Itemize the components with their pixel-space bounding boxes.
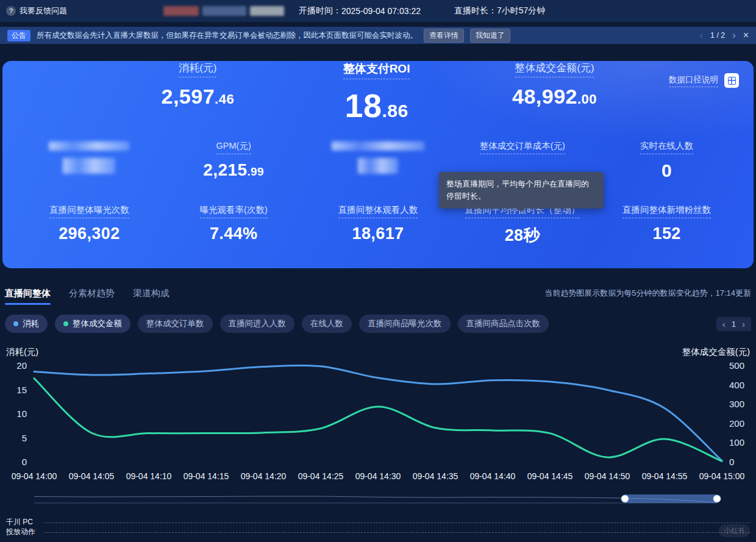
svg-text:09-04 14:40: 09-04 14:40 (470, 471, 516, 481)
metric-viewers: 直播间整体观看人数 18,617 (306, 204, 451, 246)
metric-exposure: 直播间整体曝光次数 296,302 (17, 204, 162, 246)
svg-text:09-04 14:50: 09-04 14:50 (585, 471, 630, 481)
stream-start-time: 开播时间： 2025-09-04 07:03:22 (299, 0, 421, 22)
view-details-button[interactable]: 查看详情 (424, 29, 464, 43)
metric-online-users: 实时在线人数 0 (594, 140, 739, 181)
slider-sparkline (34, 494, 717, 504)
start-time-value: 2025-09-04 07:03:22 (341, 6, 421, 16)
svg-text:09-04 14:20: 09-04 14:20 (241, 471, 287, 481)
metric-label[interactable]: 整体支付ROI (343, 61, 410, 79)
svg-text:09-04 14:45: 09-04 14:45 (527, 471, 573, 481)
ad-actions-lines (44, 517, 750, 537)
timeline-dashed-line (44, 532, 750, 533)
announcement-close-icon[interactable]: × (743, 30, 749, 41)
question-icon: ? (6, 6, 16, 16)
start-time-label: 开播时间： (299, 5, 341, 16)
range-slider[interactable] (34, 494, 717, 504)
metric-label[interactable]: 实时在线人数 (640, 140, 693, 154)
metric-label[interactable]: 曝光观看率(次数) (200, 204, 268, 218)
pill-label: 整体成交订单数 (146, 318, 204, 329)
masked-label (332, 141, 424, 151)
metric-value: 7.44% (162, 224, 306, 243)
topbar: ? 我要反馈问题 开播时间： 2025-09-04 07:03:22 直播时长：… (0, 0, 756, 22)
svg-text:15: 15 (16, 385, 27, 395)
masked-label (49, 141, 129, 151)
svg-text:500: 500 (729, 360, 744, 371)
pill-label: 消耗 (23, 318, 39, 329)
pill-label: 整体成交金额 (73, 318, 122, 329)
metric-label[interactable]: 整体成交金额(元) (515, 61, 594, 77)
metric-value: 18,617 (306, 224, 451, 243)
metric-pill-4[interactable]: 在线人数 (302, 315, 352, 333)
ad-actions-timeline: 千川 PC 投放动作 (5, 517, 751, 537)
metric-pill-3[interactable]: 直播间进入人数 (220, 315, 295, 333)
metric-gpm: GPM(元) 2,215.99 (162, 140, 306, 181)
metric-label[interactable]: 直播间整体新增粉丝数 (622, 204, 711, 218)
tab-live-overall[interactable]: 直播间整体 (5, 288, 51, 299)
metric-value: 48,992.00 (512, 85, 597, 109)
pills-prev-icon[interactable]: ‹ (722, 319, 726, 329)
pill-label: 直播间进入人数 (229, 318, 287, 329)
live-metrics-card: 数据口径说明 消耗(元) 2,597.46 整体支付ROI 18.86 整体成交… (2, 61, 754, 268)
tab-material-trend[interactable]: 分素材趋势 (69, 288, 115, 299)
svg-text:09-04 14:00: 09-04 14:00 (12, 471, 57, 481)
pills-next-icon[interactable]: › (742, 319, 745, 329)
metric-label[interactable]: 消耗(元) (179, 61, 216, 77)
axis-titles: 消耗(元) 整体成交金额(元) (5, 346, 751, 358)
range-selection[interactable] (625, 494, 717, 503)
metric-pill-5[interactable]: 直播间商品曝光次数 (359, 315, 451, 333)
metric-value: 152 (594, 224, 739, 243)
svg-text:09-04 14:05: 09-04 14:05 (69, 471, 115, 481)
metric-label[interactable]: GPM(元) (216, 140, 251, 154)
metric-label[interactable]: 直播间整体观看人数 (338, 204, 418, 218)
tab-channel-composition[interactable]: 渠道构成 (133, 288, 169, 299)
masked-segment (202, 6, 246, 16)
masked-segment (163, 6, 199, 16)
announcement-next-icon[interactable]: › (732, 30, 735, 40)
masked-value (63, 158, 115, 174)
metric-value: 2,597.46 (161, 85, 234, 109)
announcement-prev-icon[interactable]: ‹ (700, 30, 703, 40)
masked-account-info (163, 6, 284, 16)
stream-duration: 直播时长： 7小时57分钟 (454, 0, 545, 22)
tertiary-metrics: 直播间整体曝光次数 296,302 曝光观看率(次数) 7.44% 直播间整体观… (2, 204, 754, 246)
svg-text:09-04 14:35: 09-04 14:35 (413, 471, 458, 481)
metric-pill-1[interactable]: 整体成交金额 (55, 315, 130, 333)
range-handle-left[interactable] (621, 495, 629, 503)
svg-text:09-04 14:30: 09-04 14:30 (355, 471, 401, 481)
trend-section: 直播间整体 分素材趋势 渠道构成 当前趋势图展示数据为每5分钟的数据变化趋势，1… (0, 284, 756, 537)
acknowledge-button[interactable]: 我知道了 (470, 29, 510, 43)
trend-chart[interactable]: 05101520010020030040050009-04 14:0009-04… (5, 358, 751, 489)
metric-label[interactable]: 直播间整体曝光次数 (49, 204, 129, 218)
svg-text:0: 0 (22, 457, 27, 467)
metric-label[interactable]: 整体成交订单成本(元) (480, 140, 565, 154)
svg-text:100: 100 (729, 437, 744, 448)
metric-value: 28秒 (450, 224, 594, 246)
pills-page-number: 1 (732, 319, 736, 329)
svg-text:09-04 14:15: 09-04 14:15 (184, 471, 229, 481)
feedback-label: 我要反馈问题 (20, 5, 67, 16)
pill-label: 在线人数 (310, 318, 343, 329)
masked-value (358, 158, 398, 174)
metric-value: 0 (594, 160, 739, 181)
ad-actions-label: 千川 PC 投放动作 (6, 517, 44, 537)
svg-text:0: 0 (729, 457, 734, 467)
metric-roi: 整体支付ROI 18.86 (343, 61, 410, 124)
trend-chart-svg: 05101520010020030040050009-04 14:0009-04… (5, 358, 751, 487)
metric-pill-0[interactable]: 消耗 (5, 315, 48, 333)
range-handle-right[interactable] (713, 495, 721, 503)
announcement-bar: 公告 所有成交数据会先计入直播大屏数据，但如果存在异常交易订单会被动态剔除，因此… (0, 27, 756, 44)
svg-text:400: 400 (729, 380, 744, 390)
grid-icon (728, 77, 736, 85)
svg-text:300: 300 (729, 399, 744, 409)
metric-consumption: 消耗(元) 2,597.46 (161, 61, 234, 109)
feedback-button[interactable]: ? 我要反馈问题 (6, 0, 67, 22)
metric-pill-6[interactable]: 直播间商品点击次数 (458, 315, 549, 333)
metric-pill-2[interactable]: 整体成交订单数 (138, 315, 213, 333)
report-grid-button[interactable] (724, 73, 739, 88)
data-caliber-link[interactable]: 数据口径说明 (669, 74, 718, 87)
trend-tabs: 直播间整体 分素材趋势 渠道构成 当前趋势图展示数据为每5分钟的数据变化趋势，1… (5, 284, 751, 302)
watermark: 小红书 (719, 524, 750, 537)
svg-text:09-04 14:10: 09-04 14:10 (126, 471, 172, 481)
announcement-page-indicator: 1 / 2 (710, 31, 725, 40)
